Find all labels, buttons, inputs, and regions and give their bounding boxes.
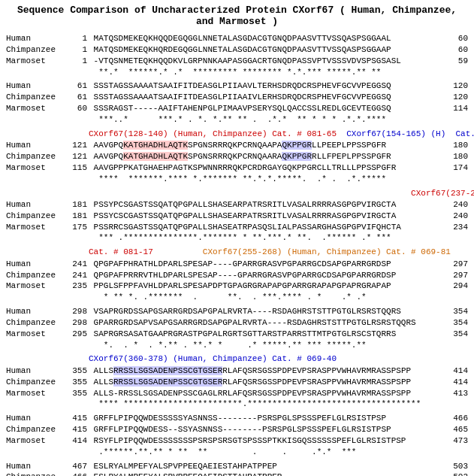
sequence-line: Chimpanzee181 PSSYCSCGASTSSQATQPGPALLSHA… (6, 211, 468, 222)
sequence-text: ESLRYALMPEFYALSPVPPEEQAEIDSTTAHPATPPEP (89, 471, 445, 476)
species-label: Chimpanzee (6, 377, 66, 388)
species-label: Human (6, 413, 66, 424)
position-end: 120 (447, 80, 468, 92)
sequence-text: AAVGPPPKATGHAEHPAGTKSPWNNRRRQKPCRDRGAYGQ… (89, 162, 445, 174)
position-start: 355 (66, 365, 87, 377)
sequence-text: PSSYPCSGASTSSQATQPGPALLSHASEARPATRSRITLV… (89, 199, 445, 211)
position-start: 414 (66, 435, 87, 447)
annotation-line: CXorf67(128-140) (Human, Chimpanzee) Cat… (6, 129, 468, 140)
sequence-line: Marmoset60 SSSRAGST-----AAIFTAHENPGLPIMA… (6, 103, 468, 114)
position-start: 241 (66, 259, 87, 270)
position-start: 355 (66, 388, 87, 399)
sequence-line: Chimpanzee121 AAVGPQKATGHADHLAQTKSPGNSRR… (6, 151, 468, 162)
sequence-line: Chimpanzee298 GPARRGRDSAPVSAPGSARRGRDSAP… (6, 317, 468, 329)
sequence-text: ALLSRRSSLSGSADENPSSCGTGSERRLAFQSRSGSSPDP… (89, 377, 445, 388)
position-start: 415 (66, 413, 87, 424)
sequence-text: AAVGPQKATGHADHLAQTKSPGNSRRRQKPCRNQAARAQK… (89, 151, 445, 162)
species-label: Marmoset (6, 280, 66, 292)
position-start: 466 (66, 471, 87, 476)
sequence-text: GRFFLPIPQQWDESS--SSYASNNSS--------PSRSPG… (89, 424, 445, 435)
sequence-line: Human61 SSSTAGSSAAAATSAAIFITDEASGLPIIAAV… (6, 80, 468, 92)
position-start: 1 (66, 33, 87, 44)
position-start: 175 (66, 222, 87, 233)
sequence-block: CXorf67(237-249) (H)Human181 PSSYPCSGAST… (6, 188, 468, 244)
sequence-line: Chimpanzee355 ALLSRRSSLSGSADENPSSCGTGSER… (6, 377, 468, 388)
sequence-text: PSSRRCSGASTSSQATQPGPALLSHASEATRPASQSLIAL… (89, 222, 445, 233)
position-start: 61 (66, 80, 87, 92)
sequence-line: Chimpanzee1 MATQSDMEKEQKHQRDEGQGGLNNETAL… (6, 44, 468, 56)
species-label: Chimpanzee (6, 211, 66, 222)
species-label: Marmoset (6, 222, 66, 233)
sequence-text: MATQSDMEKEQKHQRDEGQGGLNNETALASGDACGTGNQD… (89, 44, 445, 56)
species-label: Chimpanzee (6, 270, 66, 281)
sequence-line: Marmoset115 AAVGPPPKATGHAEHPAGTKSPWNNRRR… (6, 162, 468, 174)
position-end: 60 (447, 33, 468, 44)
position-start: 181 (66, 211, 87, 222)
sequence-line: Human1 MATQSDMEKEQKHQQDEGQGGLNNETALASGDA… (6, 33, 468, 44)
sequence-text: SAPRGRSASATGAAPRGRASTPGPALRGRTSGTTARSTPA… (89, 329, 445, 340)
position-end: 174 (447, 162, 468, 174)
position-start: 235 (66, 280, 87, 292)
position-start: 241 (66, 270, 87, 281)
sequence-line: Human415 GRFFLPIPQQWDESSSSSYASNNSS------… (6, 413, 468, 424)
position-start: 298 (66, 306, 87, 317)
position-end: 297 (447, 259, 468, 270)
sequence-text: SSSTAGSSAAAATSAAIFITDEASGLPIIAAIVLERHSDR… (89, 92, 445, 103)
species-label: Marmoset (6, 388, 66, 399)
position-end: 354 (447, 317, 468, 329)
sequence-line: Chimpanzee61 SSSTAGSSAAAATSAAIFITDEASGLP… (6, 92, 468, 103)
position-start: 121 (66, 140, 87, 151)
position-end: 240 (447, 199, 468, 211)
sequence-line: Human181 PSSYPCSGASTSSQATQPGPALLSHASEARP… (6, 199, 468, 211)
sequence-block: CXorf67(128-140) (Human, Chimpanzee) Cat… (6, 129, 468, 185)
species-label: Human (6, 199, 66, 211)
position-start: 1 (66, 44, 87, 56)
sequence-block: CXorf67(360-378) (Human, Chimpanzee) Cat… (6, 353, 468, 410)
position-end: 413 (447, 388, 468, 399)
species-label: Marmoset (6, 103, 66, 114)
conservation-line: .******.**.** * ** ** . . .*.* *** (6, 447, 468, 458)
position-end: 503 (447, 461, 468, 472)
position-end: 465 (447, 424, 468, 435)
sequence-text: MATQSDMEKEQKHQQDEGQGGLNNETALASGDACGTGNQD… (89, 33, 445, 44)
sequence-text: QPGPAFPHRATHLDPARLSPESAP----GPARRGRASVPG… (89, 259, 445, 270)
species-label: Marmoset (6, 329, 66, 340)
species-label: Marmoset (6, 56, 66, 67)
sequence-block: Human61 SSSTAGSSAAAATSAAIFITDEASGLPIIAAV… (6, 80, 468, 125)
position-end: 297 (447, 270, 468, 281)
species-label: Chimpanzee (6, 424, 66, 435)
position-end: 354 (447, 306, 468, 317)
position-end: 354 (447, 329, 468, 340)
species-label: Marmoset (6, 435, 66, 447)
position-end: 240 (447, 211, 468, 222)
position-end: 473 (447, 435, 468, 447)
sequence-block: Human1 MATQSDMEKEQKHQQDEGQGGLNNETALASGDA… (6, 33, 468, 77)
species-label: Chimpanzee (6, 151, 66, 162)
position-end: 414 (447, 365, 468, 377)
sequence-block: Human467 ESLRYALMPEFYALSPVPPEEQAEIESTAHP… (6, 461, 468, 476)
species-label: Human (6, 306, 66, 317)
position-start: 60 (66, 103, 87, 114)
position-end: 180 (447, 151, 468, 162)
species-label: Human (6, 461, 66, 472)
sequence-line: Marmoset175 PSSRRCSGASTSSQATQPGPALLSHASE… (6, 222, 468, 233)
position-start: 415 (66, 424, 87, 435)
sequence-text: PSSYCSCGASTSSQATQPGPALLSHASEARPATRSRITLV… (89, 211, 445, 222)
sequence-line: Marmoset235 PPGLSFPPFAVHLDPARLSPESAPDPTG… (6, 280, 468, 292)
position-start: 298 (66, 317, 87, 329)
annotation-line: Cat. # 081-17 CXorf67(255-268) (Human, C… (6, 247, 468, 258)
sequence-text: SSSRAGST-----AAIFTAHENPGLPIMAAVPSERYSQLQ… (89, 103, 445, 114)
sequence-line: Marmoset414 RSYFLPIPQQWDESSSSSSSPSRSPSRS… (6, 435, 468, 447)
species-label: Marmoset (6, 162, 66, 174)
sequence-content: Human1 MATQSDMEKEQKHQQDEGQGGLNNETALASGDA… (6, 33, 468, 476)
species-label: Human (6, 33, 66, 44)
conservation-line: ***..* ***.* . *. *.** ** . .*.* ** * * … (6, 114, 468, 126)
sequence-text: VSAPRGRDSSAPGSARRGRDSAPGPALRVRTA----RSDA… (89, 306, 445, 317)
position-start: 181 (66, 199, 87, 211)
position-start: 121 (66, 151, 87, 162)
species-label: Human (6, 259, 66, 270)
sequence-text: GRFFLPIPQQWDESSSSSYASNNSS--------PSRSPGL… (89, 413, 445, 424)
sequence-line: Chimpanzee241 QPGPAFPRRRVTHLDPARLSPESAP-… (6, 270, 468, 281)
sequence-line: Human355 ALLSRRSSLSGSADENPSSCGTGSERRLAFQ… (6, 365, 468, 377)
sequence-line: Human298 VSAPRGRDSSAPGSARRGRDSAPGPALRVRT… (6, 306, 468, 317)
